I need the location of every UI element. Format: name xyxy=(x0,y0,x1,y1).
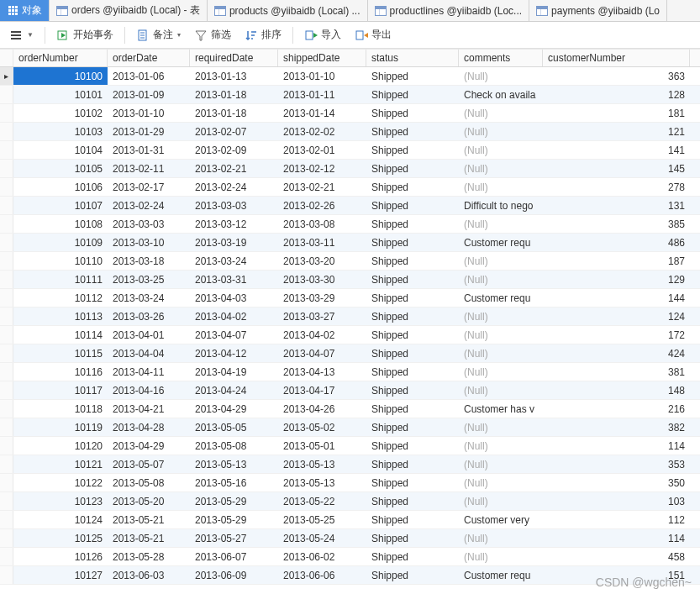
cell-comments[interactable]: (Null) xyxy=(459,548,543,565)
cell-status[interactable]: Shipped xyxy=(366,141,459,159)
cell-comments[interactable]: (Null) xyxy=(459,437,543,455)
cell-orderNumber[interactable]: 10111 xyxy=(13,271,108,288)
cell-customerNumber[interactable]: 363 xyxy=(543,67,690,85)
cell-orderNumber[interactable]: 10112 xyxy=(13,289,108,307)
table-row[interactable]: 101062013-02-172013-02-242013-02-21Shipp… xyxy=(0,178,700,197)
sort-button[interactable]: 排序 xyxy=(240,25,286,45)
cell-status[interactable]: Shipped xyxy=(366,548,459,565)
cell-comments[interactable]: (Null) xyxy=(459,308,543,325)
cell-comments[interactable]: (Null) xyxy=(459,123,543,140)
cell-orderNumber[interactable]: 10109 xyxy=(13,234,108,251)
cell-requiredDate[interactable]: 2013-04-29 xyxy=(190,400,278,418)
cell-customerNumber[interactable]: 172 xyxy=(543,326,690,344)
cell-customerNumber[interactable]: 128 xyxy=(543,86,690,103)
cell-orderNumber[interactable]: 10106 xyxy=(13,178,108,196)
import-button[interactable]: 导入 xyxy=(300,25,345,45)
cell-customerNumber[interactable]: 381 xyxy=(543,363,690,381)
cell-status[interactable]: Shipped xyxy=(366,492,459,510)
cell-requiredDate[interactable]: 2013-02-07 xyxy=(190,123,278,140)
cell-requiredDate[interactable]: 2013-03-03 xyxy=(190,197,278,214)
cell-orderNumber[interactable]: 10117 xyxy=(13,381,108,399)
cell-shippedDate[interactable]: 2013-03-30 xyxy=(278,271,366,288)
cell-requiredDate[interactable]: 2013-05-08 xyxy=(190,437,278,455)
data-grid[interactable]: orderNumber orderDate requiredDate shipp… xyxy=(0,49,700,585)
cell-shippedDate[interactable]: 2013-03-27 xyxy=(278,308,366,325)
cell-orderDate[interactable]: 2013-04-16 xyxy=(108,381,190,399)
cell-status[interactable]: Shipped xyxy=(366,437,459,455)
cell-comments[interactable]: (Null) xyxy=(459,381,543,399)
cell-status[interactable]: Shipped xyxy=(366,455,459,473)
cell-shippedDate[interactable]: 2013-03-08 xyxy=(278,215,366,233)
cell-requiredDate[interactable]: 2013-05-29 xyxy=(190,492,278,510)
cell-status[interactable]: Shipped xyxy=(366,234,459,251)
table-row[interactable]: 101082013-03-032013-03-122013-03-08Shipp… xyxy=(0,215,700,234)
cell-status[interactable]: Shipped xyxy=(366,344,459,362)
cell-requiredDate[interactable]: 2013-05-27 xyxy=(190,529,278,547)
table-row[interactable]: 101042013-01-312013-02-092013-02-01Shipp… xyxy=(0,141,700,160)
cell-requiredDate[interactable]: 2013-06-07 xyxy=(190,548,278,565)
table-row[interactable]: 101092013-03-102013-03-192013-03-11Shipp… xyxy=(0,234,700,252)
cell-shippedDate[interactable]: 2013-04-17 xyxy=(278,381,366,399)
cell-comments[interactable]: Customer requ xyxy=(459,289,543,307)
cell-comments[interactable]: (Null) xyxy=(459,418,543,436)
table-row[interactable]: 101222013-05-082013-05-162013-05-13Shipp… xyxy=(0,474,700,492)
cell-orderDate[interactable]: 2013-02-24 xyxy=(108,197,190,214)
cell-requiredDate[interactable]: 2013-03-31 xyxy=(190,271,278,288)
cell-customerNumber[interactable]: 216 xyxy=(543,400,690,418)
cell-orderNumber[interactable]: 10105 xyxy=(13,160,108,177)
table-row[interactable]: 101262013-05-282013-06-072013-06-02Shipp… xyxy=(0,548,700,566)
table-row[interactable]: 101172013-04-162013-04-242013-04-17Shipp… xyxy=(0,381,700,400)
cell-customerNumber[interactable]: 278 xyxy=(543,178,690,196)
cell-customerNumber[interactable]: 385 xyxy=(543,215,690,233)
col-status[interactable]: status xyxy=(366,50,459,66)
cell-customerNumber[interactable]: 181 xyxy=(543,104,690,122)
cell-status[interactable]: Shipped xyxy=(366,178,459,196)
table-row[interactable]: 101112013-03-252013-03-312013-03-30Shipp… xyxy=(0,271,700,289)
cell-comments[interactable]: (Null) xyxy=(459,344,543,362)
cell-orderNumber[interactable]: 10101 xyxy=(13,86,108,103)
cell-shippedDate[interactable]: 2013-05-01 xyxy=(278,437,366,455)
table-row[interactable]: 101022013-01-102013-01-182013-01-14Shipp… xyxy=(0,104,700,123)
cell-comments[interactable]: (Null) xyxy=(459,252,543,270)
table-row[interactable]: 101192013-04-282013-05-052013-05-02Shipp… xyxy=(0,418,700,437)
cell-status[interactable]: Shipped xyxy=(366,400,459,418)
table-row[interactable]: 101212013-05-072013-05-132013-05-13Shipp… xyxy=(0,455,700,474)
cell-orderNumber[interactable]: 10121 xyxy=(13,455,108,473)
cell-status[interactable]: Shipped xyxy=(366,271,459,288)
cell-shippedDate[interactable]: 2013-03-11 xyxy=(278,234,366,251)
cell-status[interactable]: Shipped xyxy=(366,326,459,344)
col-comments[interactable]: comments xyxy=(459,50,543,66)
cell-comments[interactable]: Customer requ xyxy=(459,566,543,584)
cell-comments[interactable]: Customer requ xyxy=(459,234,543,251)
cell-status[interactable]: Shipped xyxy=(366,529,459,547)
cell-comments[interactable]: (Null) xyxy=(459,178,543,196)
cell-customerNumber[interactable]: 129 xyxy=(543,271,690,288)
cell-comments[interactable]: (Null) xyxy=(459,141,543,159)
cell-shippedDate[interactable]: 2013-03-20 xyxy=(278,252,366,270)
table-row[interactable]: 101122013-03-242013-04-032013-03-29Shipp… xyxy=(0,289,700,308)
cell-comments[interactable]: (Null) xyxy=(459,492,543,510)
cell-orderNumber[interactable]: 10103 xyxy=(13,123,108,140)
cell-comments[interactable]: (Null) xyxy=(459,529,543,547)
cell-customerNumber[interactable]: 424 xyxy=(543,344,690,362)
cell-orderDate[interactable]: 2013-04-11 xyxy=(108,363,190,381)
cell-orderDate[interactable]: 2013-05-21 xyxy=(108,529,190,547)
cell-orderNumber[interactable]: 10116 xyxy=(13,363,108,381)
cell-customerNumber[interactable]: 187 xyxy=(543,252,690,270)
table-row[interactable]: 101272013-06-032013-06-092013-06-06Shipp… xyxy=(0,566,700,585)
cell-comments[interactable]: (Null) xyxy=(459,160,543,177)
cell-shippedDate[interactable]: 2013-06-02 xyxy=(278,548,366,565)
export-button[interactable]: 导出 xyxy=(350,25,396,45)
cell-requiredDate[interactable]: 2013-01-13 xyxy=(190,67,278,85)
cell-requiredDate[interactable]: 2013-03-24 xyxy=(190,252,278,270)
table-row[interactable]: 101162013-04-112013-04-192013-04-13Shipp… xyxy=(0,363,700,381)
table-row[interactable]: 101012013-01-092013-01-182013-01-11Shipp… xyxy=(0,86,700,104)
cell-shippedDate[interactable]: 2013-05-13 xyxy=(278,455,366,473)
cell-customerNumber[interactable]: 112 xyxy=(543,511,690,528)
cell-shippedDate[interactable]: 2013-02-12 xyxy=(278,160,366,177)
table-row[interactable]: 101242013-05-212013-05-292013-05-25Shipp… xyxy=(0,511,700,529)
cell-shippedDate[interactable]: 2013-04-07 xyxy=(278,344,366,362)
cell-status[interactable]: Shipped xyxy=(366,160,459,177)
cell-shippedDate[interactable]: 2013-02-26 xyxy=(278,197,366,214)
cell-orderDate[interactable]: 2013-05-28 xyxy=(108,548,190,565)
